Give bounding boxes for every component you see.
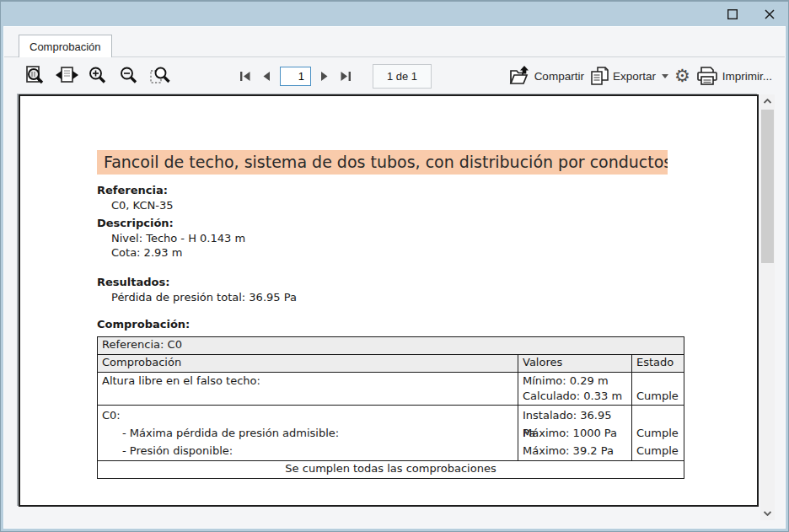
last-page-icon[interactable] [338, 68, 353, 83]
header-valores: Valores [518, 355, 632, 373]
table-row: C0: - Máxima pérdida de presión admisibl… [98, 406, 684, 461]
actions-group: Compartir Exportar [508, 64, 772, 88]
share-button[interactable]: Compartir [508, 66, 584, 86]
document-page: Fancoil de techo, sistema de dos tubos, … [20, 96, 757, 479]
zoom-page-icon[interactable] [24, 64, 47, 88]
close-button[interactable] [751, 3, 788, 26]
titlebar [1, 1, 788, 26]
export-button[interactable]: Exportar [590, 66, 668, 86]
check-text: Altura libre en el falso techo: [102, 373, 513, 389]
values-cell: Mínimo: 0.29 m Calculado: 0.33 m [518, 373, 632, 406]
value-line: Mínimo: 0.29 m [523, 373, 627, 389]
check-text: - Presión disponible: [102, 442, 513, 459]
dialog-body: Comprobación [3, 26, 786, 529]
page-count-box: 1 de 1 [373, 64, 432, 89]
page-count-label: 1 de 1 [387, 70, 417, 83]
check-cell: Altura libre en el falso techo: [98, 373, 518, 406]
zoom-region-icon[interactable] [148, 64, 172, 88]
document-preview[interactable]: Fancoil de techo, sistema de dos tubos, … [19, 94, 759, 507]
page-navigation: 1 de 1 [238, 64, 432, 88]
header-estado: Estado [632, 355, 684, 373]
printer-icon [696, 66, 718, 86]
comprobacion-label: Comprobación: [97, 317, 757, 332]
first-page-icon[interactable] [238, 68, 253, 83]
estado-cell: Cumple Cumple [632, 406, 684, 461]
maximize-icon [727, 9, 738, 19]
check-text: C0: [102, 406, 513, 424]
descripcion-label: Descripción: [97, 216, 757, 231]
zoom-in-icon[interactable] [86, 64, 110, 88]
descripcion-cota: Cota: 2.93 m [97, 245, 757, 261]
referencia-label: Referencia: [97, 183, 757, 198]
referencia-value: C0, KCN-35 [97, 198, 757, 213]
preview-window: Comprobación [0, 0, 789, 532]
table-footer: Se cumplen todas las comprobaciones [98, 461, 684, 479]
page-number-input[interactable] [280, 67, 311, 86]
share-icon [508, 66, 530, 86]
export-icon [590, 66, 609, 86]
resultados-label: Resultados: [97, 275, 757, 290]
settings-button[interactable]: ⚙ [674, 67, 690, 85]
value-line: Máximo: 1000 Pa [523, 424, 627, 442]
estado-line [636, 373, 679, 389]
table-footer-row: Se cumplen todas las comprobaciones [98, 461, 684, 479]
zoom-out-icon[interactable] [117, 64, 141, 88]
maximize-button[interactable] [714, 3, 751, 26]
next-page-icon[interactable] [317, 68, 332, 83]
estado-line: Cumple [636, 389, 679, 404]
estado-cell: Cumple [632, 373, 684, 406]
table-header-row: Comprobación Valores Estado [98, 355, 684, 373]
export-dropdown-caret-icon [662, 74, 668, 78]
share-label: Compartir [534, 70, 584, 83]
tab-strip: Comprobación [4, 27, 785, 57]
table-row: Altura libre en el falso techo: Mínimo: … [98, 373, 684, 406]
estado-line: Cumple [636, 424, 679, 442]
estado-line [636, 406, 679, 424]
print-button[interactable]: Imprimir... [696, 66, 772, 86]
value-line: Instalado: 36.95 Pa [523, 406, 627, 424]
zoom-tools-group [24, 64, 172, 88]
tab-comprobacion[interactable]: Comprobación [19, 35, 112, 57]
header-comprobacion: Comprobación [98, 355, 518, 373]
check-text: - Máxima pérdida de presión admisible: [102, 424, 513, 442]
document-title: Fancoil de techo, sistema de dos tubos, … [97, 150, 668, 175]
fit-width-icon[interactable] [55, 64, 78, 88]
value-line: Máximo: 39.2 Pa [523, 442, 627, 459]
vertical-scrollbar[interactable] [760, 94, 775, 520]
export-label: Exportar [613, 70, 656, 83]
gear-icon: ⚙ [674, 67, 690, 85]
previous-page-icon[interactable] [259, 68, 274, 83]
tab-label: Comprobación [30, 40, 101, 53]
scroll-down-icon[interactable] [760, 507, 775, 520]
estado-line: Cumple [636, 442, 679, 459]
scroll-up-icon[interactable] [760, 94, 775, 108]
values-cell: Instalado: 36.95 Pa Máximo: 1000 Pa Máxi… [518, 406, 632, 461]
descripcion-nivel: Nivel: Techo - H 0.143 m [97, 231, 757, 246]
scrollbar-thumb[interactable] [761, 110, 774, 263]
table-caption: Referencia: C0 [98, 337, 684, 355]
comprobacion-table: Referencia: C0 Comprobación Valores Esta… [97, 336, 684, 479]
value-line: Calculado: 0.33 m [523, 389, 627, 404]
resultados-value: Pérdida de presión total: 36.95 Pa [97, 290, 757, 305]
close-icon [765, 9, 775, 19]
table-caption-row: Referencia: C0 [98, 337, 684, 355]
print-label: Imprimir... [722, 70, 772, 83]
toolbar: 1 de 1 Compartir [4, 58, 785, 94]
check-cell: C0: - Máxima pérdida de presión admisibl… [98, 406, 518, 461]
